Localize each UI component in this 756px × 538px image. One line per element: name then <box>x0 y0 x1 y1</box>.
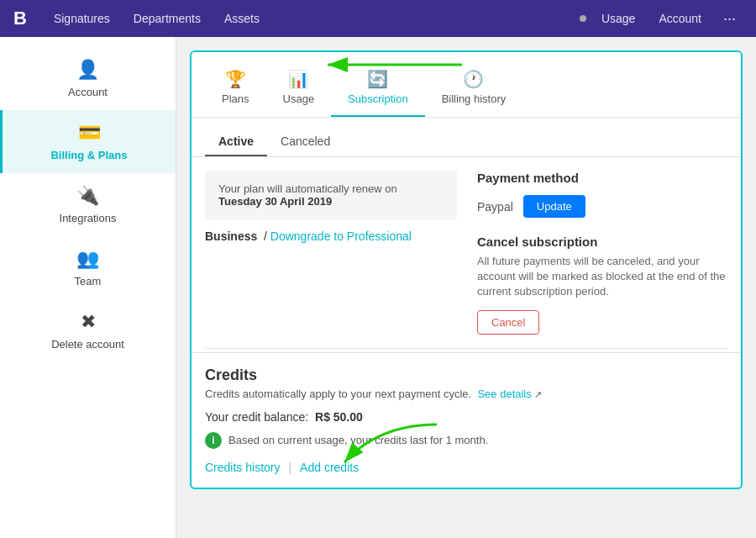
sidebar-item-billing[interactable]: 💳 Billing & Plans <box>0 110 176 173</box>
integrations-icon: 🔌 <box>76 185 99 207</box>
sidebar-label-account: Account <box>68 86 108 98</box>
credits-divider: | <box>288 461 291 474</box>
billing-history-icon: 🕐 <box>463 69 484 89</box>
credits-value: R$ 50.00 <box>315 410 363 424</box>
renew-line1: Your plan will automatically renew on <box>218 182 444 195</box>
credits-title: Credits <box>205 367 727 384</box>
tab-usage[interactable]: 📊 Usage <box>266 62 332 117</box>
payment-method-title: Payment method <box>477 171 729 185</box>
nav-account[interactable]: Account <box>650 7 710 30</box>
credits-info-text: Based on current usage, your credits las… <box>228 434 488 446</box>
subtabs: Active Canceled <box>192 118 741 157</box>
topnav: B Signatures Departments Assets Usage Ac… <box>0 0 756 37</box>
sidebar: 👤 Account 💳 Billing & Plans 🔌 Integratio… <box>0 37 176 538</box>
subtab-canceled[interactable]: Canceled <box>267 128 344 156</box>
tab-subscription-label: Subscription <box>348 92 408 105</box>
subtab-active[interactable]: Active <box>205 128 267 156</box>
tab-plans[interactable]: 🏆 Plans <box>205 62 266 117</box>
sidebar-label-team: Team <box>75 275 102 287</box>
tabs-row: 🏆 Plans 📊 Usage 🔄 Subscription 🕐 Billing… <box>192 52 741 118</box>
cancel-subscription-title: Cancel subscription <box>477 235 729 249</box>
plans-icon: 🏆 <box>225 69 246 89</box>
nav-departments[interactable]: Departments <box>123 7 211 30</box>
sidebar-item-delete[interactable]: ✖ Delete account <box>0 299 176 362</box>
usage-icon: 📊 <box>288 69 309 89</box>
layout: 👤 Account 💳 Billing & Plans 🔌 Integratio… <box>0 37 756 538</box>
brand-logo: B <box>13 8 27 29</box>
nav-signatures[interactable]: Signatures <box>44 7 120 30</box>
credits-balance: Your credit balance: R$ 50.00 <box>205 410 727 424</box>
renew-date: Tuesday 30 April 2019 <box>218 195 332 208</box>
plan-type: Business / Downgrade to Professional <box>205 229 457 243</box>
nav-usage[interactable]: Usage <box>593 7 643 30</box>
status-dot <box>580 15 586 22</box>
see-details-link[interactable]: See details <box>477 388 531 400</box>
tab-plans-label: Plans <box>222 92 249 105</box>
credits-info-row: i Based on current usage, your credits l… <box>205 432 727 449</box>
two-col-layout: Your plan will automatically renew on Tu… <box>205 171 727 335</box>
cancel-subscription-desc: All future payments will be canceled, an… <box>477 254 729 300</box>
nav-assets[interactable]: Assets <box>214 7 270 30</box>
info-icon: i <box>205 432 222 449</box>
tab-billing-history[interactable]: 🕐 Billing history <box>425 62 523 117</box>
nav-more[interactable]: ··· <box>717 7 743 31</box>
tab-usage-label: Usage <box>283 92 315 105</box>
delete-icon: ✖ <box>81 311 96 333</box>
plan-name: Business <box>205 229 257 243</box>
tab-subscription[interactable]: 🔄 Subscription <box>331 62 425 117</box>
sidebar-item-account[interactable]: 👤 Account <box>0 47 176 110</box>
sidebar-label-billing: Billing & Plans <box>50 149 127 161</box>
credits-links: Credits history | Add credits <box>205 461 727 474</box>
subscription-icon: 🔄 <box>367 69 388 89</box>
payment-row: Paypal Update <box>477 195 729 218</box>
sidebar-label-integrations: Integrations <box>60 212 117 224</box>
sidebar-item-team[interactable]: 👥 Team <box>0 236 176 299</box>
credits-section: Credits Credits automatically apply to y… <box>192 352 741 488</box>
cancel-subscription-button[interactable]: Cancel <box>477 310 539 335</box>
team-icon: 👥 <box>76 248 99 270</box>
content-card: 🏆 Plans 📊 Usage 🔄 Subscription 🕐 Billing… <box>190 50 743 489</box>
sidebar-label-delete: Delete account <box>51 338 124 351</box>
account-icon: 👤 <box>76 59 99 81</box>
sidebar-item-integrations[interactable]: 🔌 Integrations <box>0 173 176 236</box>
update-payment-button[interactable]: Update <box>523 195 585 218</box>
downgrade-link[interactable]: Downgrade to Professional <box>270 229 412 243</box>
credits-history-link[interactable]: Credits history <box>205 461 280 474</box>
add-credits-link[interactable]: Add credits <box>300 461 359 474</box>
main-content: 🏆 Plans 📊 Usage 🔄 Subscription 🕐 Billing… <box>176 37 756 538</box>
billing-icon: 💳 <box>78 122 101 144</box>
left-col: Your plan will automatically renew on Tu… <box>205 171 457 335</box>
right-col: Payment method Paypal Update Cancel subs… <box>477 171 729 335</box>
nav-right: Usage Account ··· <box>580 7 743 31</box>
subscription-body: Your plan will automatically renew on Tu… <box>192 157 741 348</box>
nav-links: Signatures Departments Assets <box>44 7 580 30</box>
payment-label: Paypal <box>477 200 513 214</box>
tab-billing-history-label: Billing history <box>442 92 507 105</box>
section-divider <box>205 348 727 349</box>
plan-info-box: Your plan will automatically renew on Tu… <box>205 171 457 219</box>
credits-desc: Credits automatically apply to your next… <box>205 388 727 400</box>
